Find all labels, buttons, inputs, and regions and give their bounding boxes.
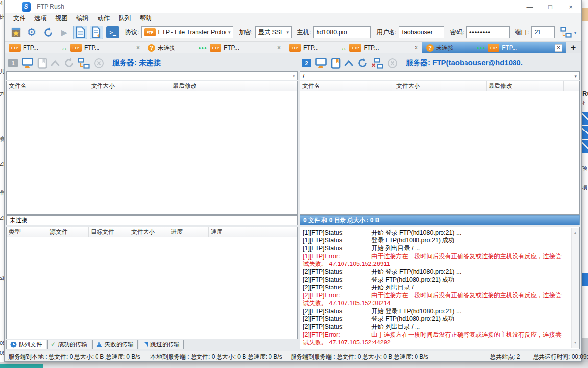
- site-manager-button[interactable]: [9, 26, 23, 39]
- connect-monitor-button[interactable]: [315, 58, 327, 68]
- session-tab-2[interactable]: ? 未连接 ●●● FTP FTP... ×: [144, 42, 285, 53]
- tab-close-icon[interactable]: ×: [415, 45, 418, 51]
- menu-item-file[interactable]: 文件: [9, 13, 30, 24]
- tab-close-icon[interactable]: ×: [277, 45, 281, 51]
- bookmark-button[interactable]: [37, 58, 47, 69]
- log-message: 试失败。 47.107.105.152:26911: [303, 261, 390, 267]
- session-tab-3[interactable]: FTP FTP... ↔ FTP FTP... ×: [285, 42, 422, 53]
- session-tab-right-label: FTP...: [502, 44, 517, 51]
- screen: 4 比 几 Z! 赛 Z! 隹 Z! ≤( 0! 0! Ru 扌 项 项 S F…: [0, 0, 588, 368]
- ftp-log-panel[interactable]: [1][FTP]Status:开始 登录 FTP(hd1080.pro:21) …: [300, 227, 580, 349]
- tab-queue-files[interactable]: 队列文件: [6, 340, 46, 349]
- session-tab-left-label: FTP...: [23, 44, 38, 51]
- terminal-button[interactable]: >_: [106, 26, 120, 39]
- question-status-icon: ?: [148, 44, 155, 52]
- up-directory-button[interactable]: [51, 60, 60, 66]
- session-tab-right-label: FTP...: [224, 44, 239, 51]
- quick-connect-button[interactable]: ▾: [560, 27, 576, 38]
- column-header-size[interactable]: 文件大小: [129, 227, 169, 237]
- tab-close-icon[interactable]: ×: [136, 45, 140, 51]
- toolbar: ⚙ ▶: [5, 24, 581, 42]
- refresh-button[interactable]: [41, 26, 55, 39]
- log-line: [1][FTP]Status:开始 登录 FTP(hd1080.pro:21) …: [303, 229, 569, 237]
- cancel-circle-icon: [387, 58, 398, 69]
- column-header-source[interactable]: 源文件: [48, 227, 89, 237]
- column-header-speed[interactable]: 速度: [209, 227, 297, 237]
- right-path-combobox[interactable]: / ▾: [300, 71, 580, 80]
- log-line: [1][FTP]Status:开始 列出目录 / ...: [303, 244, 569, 252]
- bookmark-button[interactable]: [331, 58, 341, 69]
- column-header-target[interactable]: 目标文件: [89, 227, 129, 237]
- app-logo-letter: S: [24, 3, 28, 10]
- disconnect-computers-icon: [371, 58, 383, 69]
- session-tab-1[interactable]: FTP FTP... ↔ FTP FTP... ×: [5, 42, 144, 53]
- username-input[interactable]: taobaouser: [399, 26, 444, 38]
- log-tag: [2][FTP]Status:: [303, 276, 371, 284]
- column-header-filename[interactable]: 文件名: [300, 81, 394, 91]
- minimize-button[interactable]: —: [519, 0, 540, 13]
- close-button[interactable]: ×: [561, 0, 581, 13]
- tab-successful-transfers[interactable]: ✓ 成功的传输: [47, 340, 91, 349]
- menu-item-options[interactable]: 选项: [30, 13, 51, 24]
- ftp-folder-icon: FTP: [289, 44, 301, 52]
- menu-item-queue[interactable]: 队列: [114, 13, 135, 24]
- queue-view-button[interactable]: [90, 26, 103, 39]
- start-transfer-button[interactable]: ▶: [57, 26, 71, 39]
- log-message: 开始 登录 FTP(hd1080.pro:21) ...: [371, 268, 461, 275]
- column-header-progress[interactable]: 进度: [169, 227, 209, 237]
- menu-item-actions[interactable]: 动作: [93, 13, 114, 24]
- connect-monitor-button[interactable]: [22, 58, 33, 68]
- new-tab-button[interactable]: +: [566, 42, 580, 53]
- port-input[interactable]: 21: [531, 26, 555, 38]
- right-panel-statusline: 0 文件 和 0 目录 总大小 : 0 B: [300, 215, 580, 225]
- left-file-list-body[interactable]: [7, 91, 297, 214]
- session-tab-right-label: FTP...: [84, 44, 99, 51]
- tab-close-icon[interactable]: ×: [555, 44, 562, 52]
- up-directory-button[interactable]: [344, 60, 353, 66]
- queue-table-body[interactable]: [7, 237, 297, 339]
- column-header-filesize[interactable]: 文件大小: [394, 81, 487, 91]
- encryption-select[interactable]: 显式 SSL ▾: [255, 26, 292, 38]
- menu-item-view[interactable]: 视图: [51, 13, 72, 24]
- host-input[interactable]: hd1080.pro: [313, 26, 371, 38]
- menu-item-edit[interactable]: 编辑: [72, 13, 93, 24]
- maximize-button[interactable]: □: [540, 0, 561, 13]
- abort-button[interactable]: [387, 58, 398, 69]
- log-view-button[interactable]: [74, 26, 87, 39]
- refresh-list-button[interactable]: [64, 58, 74, 68]
- column-header-type[interactable]: 类型: [7, 227, 48, 237]
- menu-item-help[interactable]: 帮助: [135, 13, 156, 24]
- connect-button[interactable]: [78, 58, 90, 69]
- column-header-filename[interactable]: 文件名: [7, 81, 89, 91]
- tab-failed-transfers[interactable]: 失败的传输: [92, 340, 138, 349]
- transfer-queue-panel: 类型 源文件 目标文件 文件大小 进度 速度: [6, 227, 298, 349]
- log-line: 试失败。 47.107.105.152:26911: [303, 260, 569, 268]
- chevron-down-icon: ▾: [293, 74, 295, 79]
- settings-button[interactable]: ⚙: [25, 26, 39, 39]
- scroll-up-icon[interactable]: ▲: [573, 229, 577, 237]
- session-tab-4-active[interactable]: ? 未连接 ●●● FTP FTP... ×: [422, 42, 566, 53]
- disconnect-button[interactable]: [371, 58, 383, 69]
- log-scrollbar[interactable]: ▲ ▼: [571, 228, 579, 348]
- protocol-value: FTP - File Transfer Protocc: [158, 29, 226, 36]
- refresh-list-button[interactable]: [357, 58, 368, 68]
- session-tabbar: FTP FTP... ↔ FTP FTP... × ? 未连接 ●●● FTP …: [5, 42, 581, 53]
- column-header-modified[interactable]: 最后修改: [171, 81, 254, 91]
- column-header-filesize[interactable]: 文件大小: [89, 81, 171, 91]
- left-path-combobox[interactable]: ▾: [6, 71, 298, 80]
- log-tag: [1][FTP]Error:: [303, 252, 371, 260]
- password-input[interactable]: ••••••••: [466, 26, 510, 38]
- right-file-list-header: 文件名 文件大小 最后修改: [300, 81, 579, 91]
- right-file-list-body[interactable]: [300, 91, 579, 214]
- tab-label: 成功的传输: [58, 341, 87, 349]
- column-header-modified[interactable]: 最后修改: [487, 81, 564, 91]
- scroll-down-icon[interactable]: ▼: [573, 339, 577, 347]
- log-message: 开始 登录 FTP(hd1080.pro:21) ...: [371, 308, 461, 315]
- skip-flag-icon: [143, 342, 148, 347]
- gear-icon: ⚙: [27, 26, 37, 38]
- abort-button[interactable]: [94, 58, 104, 69]
- log-message: 由于连接方在一段时间后没有正确答复或连接的主机没有反应，连接尝: [371, 331, 562, 338]
- tab-skipped-transfers[interactable]: 跳过的传输: [139, 340, 184, 349]
- protocol-select[interactable]: FTP FTP - File Transfer Protocc ▾: [141, 26, 233, 38]
- titlebar[interactable]: S FTP Rush — □ ×: [5, 0, 581, 13]
